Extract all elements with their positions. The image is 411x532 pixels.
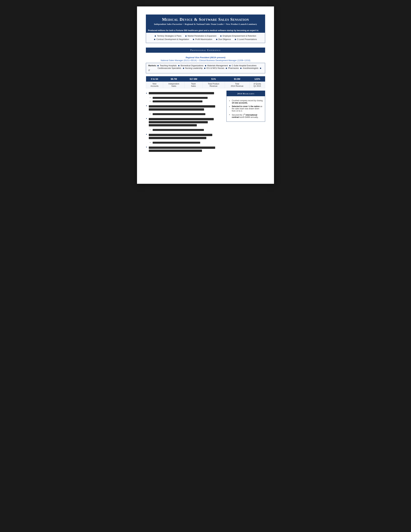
market-item: C-Suite Hospital Executives (232, 65, 256, 67)
bullet-icon (235, 39, 236, 40)
dash-icon: — (149, 100, 151, 102)
section-bar: Professional Experience (146, 48, 265, 53)
bullet-icon (260, 68, 261, 69)
expert-items: Territory Strategies & Plans Market Pene… (146, 33, 265, 43)
highlights-content: ► Crushed company record by closing 14 n… (227, 96, 265, 122)
market-item: Anesthesiologists (243, 67, 258, 69)
sub-bullet-3: — (149, 113, 223, 116)
bullet-icon (178, 65, 179, 66)
bullet-icon (183, 68, 184, 69)
stat-label-0: NewAccounts (146, 82, 163, 88)
highlight-item-3: ► Secured the 1st international contract… (229, 113, 263, 118)
dash-icon: — (149, 96, 151, 99)
markets-row-1: Markets: Teaching Hospitals Biomedical O… (148, 65, 263, 67)
stat-label-2: TeamSales (185, 82, 202, 88)
bullet-icon (226, 68, 227, 69)
stat-3.9m: $3.9M (225, 76, 249, 82)
bullet-icon (216, 39, 217, 40)
market-item: Nursing Leadership (185, 67, 203, 69)
expert-item-5: Profit Maximization (193, 38, 212, 40)
section-bar-title: Professional Experience (190, 49, 221, 51)
bullet-5: ► (146, 146, 223, 153)
triangle-bullet: ► (229, 114, 231, 115)
highlight-item-1: ► Crushed company record by closing 14 n… (229, 99, 263, 104)
stat-0-to-64: 0 to 64 (146, 76, 163, 82)
expert-item-2: Market Penetration & Expansion (185, 35, 216, 37)
market-item: Biomedical Organizations (180, 65, 203, 67)
content-area: ► — — ► — (146, 91, 265, 154)
header-block: Medical Device & Software Sales Sensatio… (146, 15, 265, 28)
triangle-bullet: ► (146, 117, 148, 119)
sub-bullet-4: — (149, 128, 223, 131)
stat-17.8m: $17.8M (185, 76, 202, 82)
stat-51pct: 51% (202, 76, 225, 82)
highlight-text-2: Selected to cover ½ the nation as the sa… (232, 105, 263, 112)
bullet-icon (220, 36, 222, 37)
bullet-icon (154, 39, 155, 40)
bullet-3: ► (146, 117, 223, 127)
stats-label-row: NewAccounts IndependentSales TeamSales T… (146, 82, 265, 88)
highlights-panel: 2014 Highlights ► Crushed company record… (226, 91, 265, 154)
highlights-box: 2014 Highlights ► Crushed company record… (226, 91, 265, 122)
sub-bullet-5: — (149, 141, 223, 144)
sub-bullet-1: — (149, 96, 223, 99)
bullet-icon (185, 36, 187, 37)
page: Medical Device & Software Sales Sensatio… (137, 6, 274, 184)
expert-item-1: Territory Strategies & Plans (155, 35, 181, 37)
expert-row-2: Contract Development & Negotiation Profi… (150, 38, 261, 41)
stat-label-5: of QuotaQ1 2015 (250, 82, 265, 88)
bullet-1: ► (146, 92, 223, 95)
market-item: ICU & NICU Nurses (206, 67, 224, 69)
bullet-icon (155, 36, 156, 37)
highlights-title: 2014 Highlights (237, 92, 254, 95)
bullet-icon (158, 65, 159, 66)
bullet-icon (240, 68, 242, 69)
market-item: Pharmacies (228, 67, 239, 69)
expert-row-1: Territory Strategies & Plans Market Pene… (150, 35, 261, 38)
stats-table: 0 to 64 $8.7M $17.8M 51% $3.9M 123% NewA… (146, 76, 265, 88)
triangle-bullet: ► (229, 100, 231, 102)
bullet-4: ► (146, 133, 223, 140)
stat-label-4: Total2014 Revenue (225, 82, 249, 88)
stats-header-row: 0 to 64 $8.7M $17.8M 51% $3.9M 123% (146, 76, 265, 82)
markets-row-2: Cardiovascular Specialists Nursing Leade… (148, 67, 263, 72)
bullet-2: ► (146, 104, 223, 111)
expert-item-7: C-Level Presentations (235, 38, 257, 40)
dash-icon: — (149, 113, 151, 115)
markets-label: Markets: (148, 65, 157, 67)
expert-intro-text: Produced millions for both a Fortune 500… (148, 29, 259, 32)
bullet-icon (204, 68, 205, 69)
bullet-icon (229, 65, 231, 66)
stat-label-3: Total ProductRevenue (202, 82, 225, 88)
expert-item-4: Contract Development & Negotiation (154, 38, 189, 40)
expert-item-6: Due Diligence (216, 38, 231, 40)
content-left: ► — — ► — (146, 91, 223, 154)
stat-label-1: IndependentSales (163, 82, 185, 88)
highlight-text-1: Crushed company record by closing 14 new… (232, 99, 263, 104)
highlights-header: 2014 Highlights (227, 91, 265, 96)
job-titles: Regional Vice President (06/14–present) … (146, 56, 265, 62)
triangle-bullet: ► (146, 92, 148, 94)
market-item: Materials Management (207, 65, 228, 67)
job-title-2: National Sales Manager (01/11–05/14) ~ C… (146, 59, 265, 62)
expert-block: Produced millions for both a Fortune 500… (146, 28, 265, 43)
market-item: Cardiovascular Specialists (158, 67, 181, 69)
markets-block: Markets: Teaching Hospitals Biomedical O… (146, 63, 265, 73)
expert-header: Produced millions for both a Fortune 500… (146, 28, 265, 33)
bullet-icon (193, 39, 194, 40)
bullet-icon (205, 65, 206, 66)
dash-icon: — (149, 141, 151, 143)
triangle-bullet: ► (229, 105, 231, 107)
stat-123pct: 123% (250, 76, 265, 82)
job-title-1: Regional Vice President (06/14–present) (146, 56, 265, 59)
sub-bullet-2: — (149, 100, 223, 103)
header-subtitle: Independent Sales Pacesetter ~ Regional … (150, 23, 261, 26)
highlight-text-3: Secured the 1st international contract w… (232, 113, 263, 118)
dash-icon: — (149, 128, 151, 131)
triangle-bullet: ► (146, 105, 148, 106)
triangle-bullet: ► (146, 133, 148, 135)
expert-item-3: Employee Empowerment & Retention (220, 35, 256, 37)
market-item: Teaching Hospitals (160, 65, 177, 67)
highlight-item-2: ► Selected to cover ½ the nation as the … (229, 105, 263, 112)
market-item: IT (148, 69, 150, 72)
